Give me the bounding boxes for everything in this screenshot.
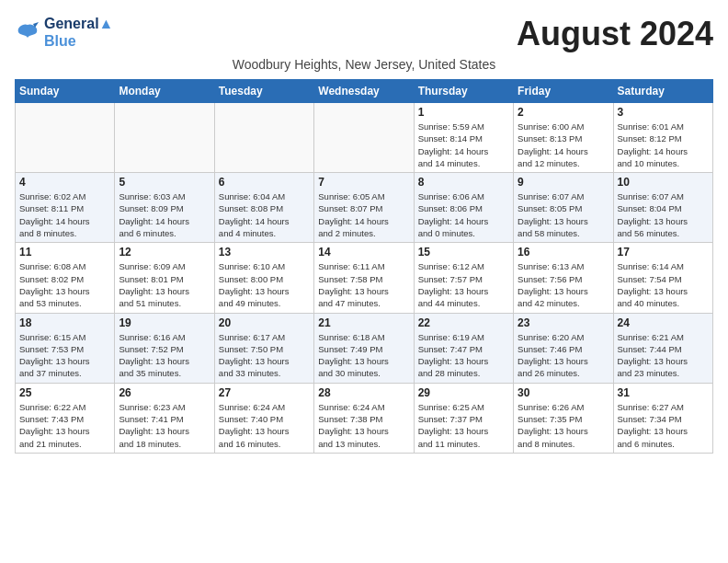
weekday-header: Tuesday (214, 80, 313, 103)
calendar-day-cell: 24Sunrise: 6:21 AMSunset: 7:44 PMDayligh… (613, 313, 712, 383)
day-number: 2 (518, 106, 609, 119)
day-info: Sunrise: 6:25 AMSunset: 7:37 PMDaylight:… (418, 401, 509, 450)
calendar-day-cell: 13Sunrise: 6:10 AMSunset: 8:00 PMDayligh… (214, 243, 313, 313)
day-info: Sunrise: 6:04 AMSunset: 8:08 PMDaylight:… (219, 190, 310, 239)
day-info: Sunrise: 6:01 AMSunset: 8:12 PMDaylight:… (618, 121, 709, 169)
weekday-header: Thursday (414, 80, 513, 103)
subtitle: Woodbury Heights, New Jersey, United Sta… (15, 57, 713, 72)
calendar-day-cell (214, 103, 313, 173)
day-info: Sunrise: 6:08 AMSunset: 8:02 PMDaylight:… (19, 260, 110, 309)
logo-text: General▲ Blue (44, 15, 113, 50)
day-number: 16 (518, 246, 609, 259)
day-number: 19 (119, 316, 210, 329)
day-number: 3 (618, 106, 709, 119)
day-number: 4 (19, 176, 110, 189)
calendar-header-row: SundayMondayTuesdayWednesdayThursdayFrid… (16, 80, 713, 103)
calendar-day-cell: 5Sunrise: 6:03 AMSunset: 8:09 PMDaylight… (115, 173, 214, 243)
calendar-day-cell: 6Sunrise: 6:04 AMSunset: 8:08 PMDaylight… (214, 173, 313, 243)
day-info: Sunrise: 6:00 AMSunset: 8:13 PMDaylight:… (518, 121, 609, 169)
day-info: Sunrise: 6:02 AMSunset: 8:11 PMDaylight:… (19, 190, 110, 239)
day-info: Sunrise: 6:20 AMSunset: 7:46 PMDaylight:… (518, 331, 609, 380)
day-number: 20 (219, 316, 310, 329)
day-info: Sunrise: 6:26 AMSunset: 7:35 PMDaylight:… (518, 401, 609, 450)
day-info: Sunrise: 6:12 AMSunset: 7:57 PMDaylight:… (418, 260, 509, 309)
calendar-day-cell: 31Sunrise: 6:27 AMSunset: 7:34 PMDayligh… (613, 383, 712, 453)
day-number: 14 (318, 246, 409, 259)
day-info: Sunrise: 6:24 AMSunset: 7:38 PMDaylight:… (318, 401, 409, 450)
calendar-day-cell: 21Sunrise: 6:18 AMSunset: 7:49 PMDayligh… (314, 313, 414, 383)
calendar-day-cell: 30Sunrise: 6:26 AMSunset: 7:35 PMDayligh… (514, 383, 613, 453)
day-number: 29 (418, 386, 509, 399)
calendar-day-cell: 12Sunrise: 6:09 AMSunset: 8:01 PMDayligh… (115, 243, 214, 313)
day-number: 31 (618, 386, 709, 399)
calendar-day-cell: 27Sunrise: 6:24 AMSunset: 7:40 PMDayligh… (214, 383, 313, 453)
calendar-day-cell: 4Sunrise: 6:02 AMSunset: 8:11 PMDaylight… (16, 173, 115, 243)
day-info: Sunrise: 6:27 AMSunset: 7:34 PMDaylight:… (618, 401, 709, 450)
day-info: Sunrise: 6:16 AMSunset: 7:52 PMDaylight:… (119, 331, 210, 380)
calendar-table: SundayMondayTuesdayWednesdayThursdayFrid… (15, 79, 713, 454)
day-number: 26 (119, 386, 210, 399)
day-info: Sunrise: 6:21 AMSunset: 7:44 PMDaylight:… (618, 331, 709, 380)
logo-bird-icon (15, 21, 40, 43)
calendar-day-cell (314, 103, 414, 173)
day-info: Sunrise: 6:13 AMSunset: 7:56 PMDaylight:… (518, 260, 609, 309)
calendar-day-cell: 11Sunrise: 6:08 AMSunset: 8:02 PMDayligh… (16, 243, 115, 313)
day-info: Sunrise: 5:59 AMSunset: 8:14 PMDaylight:… (418, 121, 509, 169)
day-number: 18 (19, 316, 110, 329)
day-number: 8 (418, 176, 509, 189)
calendar-day-cell: 20Sunrise: 6:17 AMSunset: 7:50 PMDayligh… (214, 313, 313, 383)
day-number: 11 (19, 246, 110, 259)
day-info: Sunrise: 6:22 AMSunset: 7:43 PMDaylight:… (19, 401, 110, 450)
calendar-day-cell: 22Sunrise: 6:19 AMSunset: 7:47 PMDayligh… (414, 313, 513, 383)
day-number: 12 (119, 246, 210, 259)
calendar-day-cell: 8Sunrise: 6:06 AMSunset: 8:06 PMDaylight… (414, 173, 513, 243)
calendar-day-cell: 15Sunrise: 6:12 AMSunset: 7:57 PMDayligh… (414, 243, 513, 313)
calendar-week-row: 25Sunrise: 6:22 AMSunset: 7:43 PMDayligh… (16, 383, 713, 453)
calendar-day-cell: 26Sunrise: 6:23 AMSunset: 7:41 PMDayligh… (115, 383, 214, 453)
calendar-week-row: 11Sunrise: 6:08 AMSunset: 8:02 PMDayligh… (16, 243, 713, 313)
calendar-day-cell: 17Sunrise: 6:14 AMSunset: 7:54 PMDayligh… (613, 243, 712, 313)
day-info: Sunrise: 6:07 AMSunset: 8:04 PMDaylight:… (618, 190, 709, 239)
day-info: Sunrise: 6:11 AMSunset: 7:58 PMDaylight:… (318, 260, 409, 309)
calendar-day-cell: 29Sunrise: 6:25 AMSunset: 7:37 PMDayligh… (414, 383, 513, 453)
day-number: 22 (418, 316, 509, 329)
day-info: Sunrise: 6:24 AMSunset: 7:40 PMDaylight:… (219, 401, 310, 450)
day-info: Sunrise: 6:07 AMSunset: 8:05 PMDaylight:… (518, 190, 609, 239)
day-number: 25 (19, 386, 110, 399)
day-number: 24 (618, 316, 709, 329)
day-number: 17 (618, 246, 709, 259)
calendar-day-cell: 7Sunrise: 6:05 AMSunset: 8:07 PMDaylight… (314, 173, 414, 243)
calendar-day-cell: 10Sunrise: 6:07 AMSunset: 8:04 PMDayligh… (613, 173, 712, 243)
day-info: Sunrise: 6:10 AMSunset: 8:00 PMDaylight:… (219, 260, 310, 309)
day-number: 27 (219, 386, 310, 399)
month-title: August 2024 (517, 15, 713, 53)
day-number: 13 (219, 246, 310, 259)
calendar-day-cell: 14Sunrise: 6:11 AMSunset: 7:58 PMDayligh… (314, 243, 414, 313)
day-info: Sunrise: 6:19 AMSunset: 7:47 PMDaylight:… (418, 331, 509, 380)
day-info: Sunrise: 6:23 AMSunset: 7:41 PMDaylight:… (119, 401, 210, 450)
calendar-day-cell (115, 103, 214, 173)
day-number: 15 (418, 246, 509, 259)
logo: General▲ Blue (15, 15, 113, 50)
calendar-day-cell: 19Sunrise: 6:16 AMSunset: 7:52 PMDayligh… (115, 313, 214, 383)
day-number: 10 (618, 176, 709, 189)
day-number: 23 (518, 316, 609, 329)
day-number: 5 (119, 176, 210, 189)
calendar-day-cell: 18Sunrise: 6:15 AMSunset: 7:53 PMDayligh… (16, 313, 115, 383)
calendar-day-cell: 3Sunrise: 6:01 AMSunset: 8:12 PMDaylight… (613, 103, 712, 173)
day-info: Sunrise: 6:14 AMSunset: 7:54 PMDaylight:… (618, 260, 709, 309)
day-info: Sunrise: 6:15 AMSunset: 7:53 PMDaylight:… (19, 331, 110, 380)
calendar-day-cell: 1Sunrise: 5:59 AMSunset: 8:14 PMDaylight… (414, 103, 513, 173)
day-number: 9 (518, 176, 609, 189)
calendar-week-row: 18Sunrise: 6:15 AMSunset: 7:53 PMDayligh… (16, 313, 713, 383)
day-number: 30 (518, 386, 609, 399)
day-number: 21 (318, 316, 409, 329)
weekday-header: Monday (115, 80, 214, 103)
calendar-week-row: 1Sunrise: 5:59 AMSunset: 8:14 PMDaylight… (16, 103, 713, 173)
calendar-day-cell: 16Sunrise: 6:13 AMSunset: 7:56 PMDayligh… (514, 243, 613, 313)
weekday-header: Wednesday (314, 80, 414, 103)
day-number: 6 (219, 176, 310, 189)
page-header: General▲ Blue August 2024 (15, 15, 713, 53)
day-number: 7 (318, 176, 409, 189)
day-info: Sunrise: 6:17 AMSunset: 7:50 PMDaylight:… (219, 331, 310, 380)
